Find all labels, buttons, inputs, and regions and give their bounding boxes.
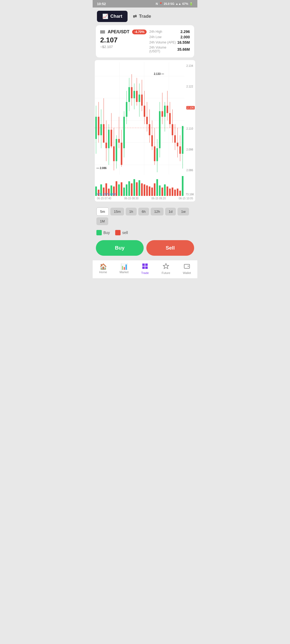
svg-rect-0 [142, 264, 145, 266]
pair-name: APE/USDT [108, 30, 129, 34]
wallet-icon [184, 263, 190, 270]
time: 10:52 [97, 2, 106, 6]
trade-icon: ⇄ [133, 14, 137, 19]
high-value: 2.296 [180, 30, 190, 34]
home-icon: 🏠 [100, 264, 107, 270]
tf-5m[interactable]: 5m [96, 207, 109, 216]
tf-1h[interactable]: 1h [126, 208, 136, 215]
nav-wallet-label: Wallet [183, 271, 191, 275]
nav-future[interactable]: Future [158, 263, 174, 275]
tf-1d[interactable]: 1d [165, 208, 176, 215]
candlestick-chart[interactable] [95, 62, 195, 175]
vol-right: 73.16K [186, 193, 194, 196]
vol-ape-value: 16.55M [177, 40, 190, 45]
trade-tab-button[interactable]: ⇄ Trade [133, 14, 151, 19]
status-bar: 10:52 N 📍 25.0 5G ▲▲ 67% 🔋 [93, 0, 197, 8]
tf-15m[interactable]: 15m [110, 208, 124, 215]
nav-home-label: Home [99, 270, 107, 274]
vol-info: VOL:2575.0200 [97, 193, 116, 196]
buy-color-dot [96, 230, 102, 235]
time-labels: 06-15 07:40 06-15 08:30 06-15 09:20 06-1… [95, 196, 195, 200]
sell-legend-label: sell [122, 230, 128, 235]
high-label: 24h High [149, 30, 162, 34]
low-price-line-label: — 2.086 [96, 167, 107, 170]
change-badge: -4.70% [132, 30, 147, 34]
future-icon [163, 263, 169, 270]
nav-trade[interactable]: Trade [137, 263, 153, 275]
svg-rect-5 [184, 264, 190, 268]
action-row: Buy Sell [93, 239, 197, 260]
low-value: 2.000 [180, 35, 190, 39]
nav-market-label: Market [119, 270, 129, 274]
legend-row: Buy sell [93, 228, 197, 239]
svg-rect-2 [142, 266, 145, 269]
trade-nav-icon [142, 263, 148, 270]
tf-6h[interactable]: 6h [138, 208, 149, 215]
vol-usdt-value: 35.66M [177, 47, 190, 52]
tf-1w[interactable]: 1w [177, 208, 189, 215]
pair-icon [100, 31, 105, 33]
chart-tab-button[interactable]: 📈 Chart [97, 11, 128, 22]
svg-rect-1 [145, 264, 148, 266]
chart-icon: 📈 [102, 13, 108, 19]
svg-marker-4 [163, 264, 169, 269]
sell-legend: sell [115, 230, 128, 235]
market-icon: 📊 [121, 264, 128, 270]
chart-container[interactable]: 2.134 2.122 2.106 2.110 2.098 2.086 — 2.… [95, 60, 195, 202]
price-usd: ~$2.107 [100, 45, 147, 49]
sell-color-dot [115, 230, 121, 235]
battery: 67% [182, 2, 188, 5]
price-card: APE/USDT -4.70% 2.107 ~$2.107 24h High 2… [96, 25, 194, 57]
svg-rect-3 [145, 266, 148, 269]
nav-wallet[interactable]: Wallet [179, 263, 195, 275]
status-icons: N 📍 25.0 5G ▲▲ 67% 🔋 [156, 2, 193, 6]
sell-button[interactable]: Sell [146, 240, 194, 256]
buy-legend-label: Buy [103, 230, 110, 235]
high-annotation: 2.133 — [154, 72, 164, 75]
buy-button[interactable]: Buy [96, 240, 144, 256]
top-nav: 📈 Chart ⇄ Trade [93, 8, 197, 25]
nav-trade-label: Trade [141, 271, 149, 275]
tf-12h[interactable]: 12h [151, 208, 164, 215]
vol-ape-label: 24h Volume (APE) [149, 41, 176, 44]
buy-legend: Buy [96, 230, 110, 235]
price-main: 2.107 [100, 36, 147, 44]
volume-area: VOL:2575.0200 73.16K [95, 175, 195, 196]
nav-future-label: Future [162, 271, 170, 275]
nav-home[interactable]: 🏠 Home [95, 264, 111, 274]
bottom-nav: 🏠 Home 📊 Market Trade Future Wallet [93, 260, 197, 278]
timeframe-row: 5m 15m 1h 6h 12h 1d 1w 1M [93, 204, 197, 228]
nav-market[interactable]: 📊 Market [116, 264, 132, 274]
vol-usdt-label: 24h Volume (USDT) [149, 46, 177, 53]
tf-1M[interactable]: 1M [96, 217, 108, 225]
low-label: 24h Low [149, 35, 161, 39]
